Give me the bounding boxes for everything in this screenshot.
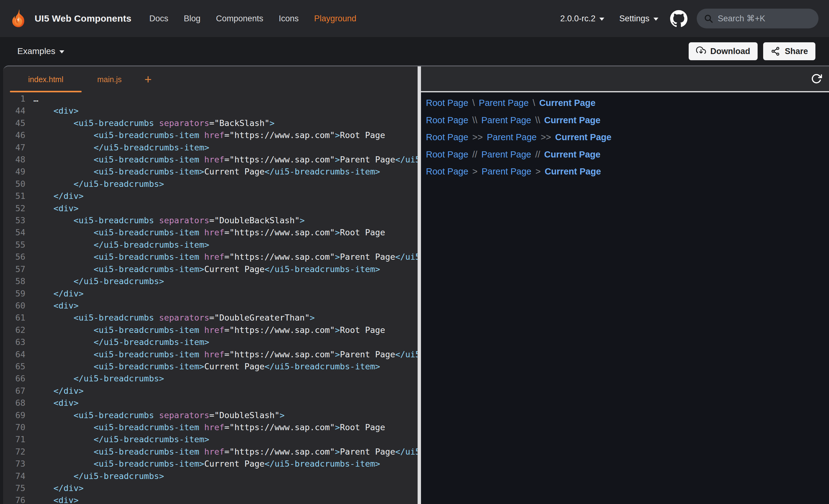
code-token: > <box>300 216 305 225</box>
code-token <box>33 434 94 444</box>
code-token <box>154 118 159 128</box>
tab-main-js[interactable]: main.js <box>82 66 137 92</box>
examples-bar: Examples Download Share <box>0 37 829 66</box>
search-input[interactable] <box>718 14 812 24</box>
breadcrumb-link[interactable]: Root Page <box>426 166 468 176</box>
line-number: 45 <box>3 117 25 129</box>
share-label: Share <box>785 47 808 56</box>
code-token <box>33 264 94 274</box>
tab-index-html[interactable]: index.html <box>10 66 82 92</box>
code-text: </div> <box>25 287 84 300</box>
code-token <box>33 191 53 201</box>
code-area[interactable]: 1…44 <div>45 <ui5-breadcrumbs separators… <box>3 92 418 504</box>
code-text: <ui5-breadcrumbs-item>Current Page</ui5-… <box>25 458 380 470</box>
nav-link-docs[interactable]: Docs <box>149 14 169 24</box>
breadcrumb-link[interactable]: Parent Page <box>481 166 531 176</box>
search-icon <box>704 13 713 24</box>
brand-group[interactable]: UI5 Web Components <box>9 9 131 28</box>
nav-link-icons[interactable]: Icons <box>279 14 299 24</box>
examples-dropdown[interactable]: Examples <box>17 46 64 56</box>
code-token: Parent Page <box>340 155 395 164</box>
code-token <box>33 374 74 383</box>
download-button[interactable]: Download <box>689 42 758 60</box>
code-token: > <box>335 325 340 335</box>
code-line: 51 </div> <box>3 190 418 202</box>
code-token: <ui5-breadcrumbs <box>74 313 154 322</box>
breadcrumb-link[interactable]: Root Page <box>426 115 468 125</box>
code-text: <ui5-breadcrumbs-item>Current Page</ui5-… <box>25 165 380 178</box>
breadcrumb-link[interactable]: Root Page <box>426 132 468 142</box>
version-dropdown[interactable]: 2.0.0-rc.2 <box>560 14 604 24</box>
code-token: ="https://www.sap.com" <box>224 228 335 237</box>
breadcrumb: Root Page//Parent Page//Current Page <box>426 149 829 160</box>
breadcrumb-link[interactable]: Parent Page <box>487 132 537 142</box>
code-token: ="https://www.sap.com" <box>224 252 335 262</box>
breadcrumb: Root Page\Parent Page\Current Page <box>426 97 829 109</box>
code-line: 75 </div> <box>3 482 418 494</box>
breadcrumb-link[interactable]: Root Page <box>426 98 468 108</box>
github-icon[interactable] <box>670 10 687 27</box>
navbar-right: 2.0.0-rc.2 Settings <box>560 9 819 29</box>
share-icon <box>770 46 781 56</box>
code-token: <ui5-breadcrumbs-item> <box>94 459 204 468</box>
breadcrumb-separator: > <box>535 166 541 176</box>
code-line: 54 <ui5-breadcrumbs-item href="https://w… <box>3 226 418 238</box>
refresh-icon[interactable] <box>810 73 822 85</box>
code-token: <ui5-breadcrumbs-item> <box>94 362 204 371</box>
line-number: 70 <box>3 421 25 433</box>
code-token <box>33 350 94 359</box>
breadcrumb-link[interactable]: Parent Page <box>479 98 529 108</box>
code-text: <ui5-breadcrumbs-item href="https://www.… <box>25 324 385 336</box>
breadcrumb-link[interactable]: Parent Page <box>481 115 531 125</box>
nav-link-playground[interactable]: Playground <box>314 14 356 24</box>
code-token <box>199 423 204 432</box>
code-token: </ui5-breadcrumbs-item> <box>94 240 209 249</box>
line-number: 48 <box>3 153 25 165</box>
settings-dropdown[interactable]: Settings <box>619 14 658 24</box>
code-token: </ui5-breadcrumbs-item> <box>94 337 209 347</box>
code-token: href <box>204 252 224 262</box>
nav-link-blog[interactable]: Blog <box>184 14 201 24</box>
code-text: <ui5-breadcrumbs-item href="https://www.… <box>25 129 385 141</box>
line-number: 68 <box>3 397 25 409</box>
line-number: 75 <box>3 482 25 494</box>
code-text: <ui5-breadcrumbs separators="DoubleBackS… <box>25 214 305 226</box>
code-token: ="BackSlash" <box>209 118 269 128</box>
editor-tabbar: index.htmlmain.js+ <box>3 66 418 92</box>
line-number: 49 <box>3 165 25 178</box>
download-cloud-icon <box>696 46 706 56</box>
breadcrumb-link[interactable]: Root Page <box>426 150 468 159</box>
code-token: href <box>204 350 224 359</box>
code-token <box>33 289 53 298</box>
search-box[interactable] <box>697 9 819 29</box>
add-tab-button[interactable]: + <box>137 66 159 92</box>
code-text: … <box>25 93 38 105</box>
breadcrumb-separator: \ <box>533 98 535 108</box>
code-token: separators <box>159 313 209 322</box>
code-line: 56 <ui5-breadcrumbs-item href="https://w… <box>3 251 418 263</box>
line-number: 62 <box>3 324 25 336</box>
line-number: 71 <box>3 433 25 445</box>
code-text: <div> <box>25 105 78 117</box>
code-token: <div> <box>53 301 78 310</box>
code-line: 1… <box>3 93 418 105</box>
code-token: </ui5-breadcrumbs-item> <box>264 264 380 274</box>
preview-panel: Root Page\Parent Page\Current PageRoot P… <box>421 66 829 504</box>
code-token <box>33 362 94 371</box>
breadcrumb: Root Page>Parent Page>Current Page <box>426 165 829 177</box>
breadcrumb-link[interactable]: Parent Page <box>481 150 531 159</box>
code-line: 69 <ui5-breadcrumbs separators="DoubleSl… <box>3 409 418 421</box>
nav-link-components[interactable]: Components <box>216 14 263 24</box>
share-button[interactable]: Share <box>763 42 816 60</box>
code-token: separators <box>159 411 209 420</box>
code-token: </ui5-breadcrumbs-item> <box>395 447 418 457</box>
code-token: > <box>269 118 275 128</box>
code-text: <ui5-breadcrumbs-item href="https://www.… <box>25 421 385 433</box>
code-token: </ui5-breadcrumbs> <box>74 276 164 286</box>
code-token: … <box>33 94 38 104</box>
code-token: Parent Page <box>340 350 395 359</box>
split-divider-handle[interactable] <box>418 66 421 504</box>
code-token <box>33 423 94 432</box>
code-token: Parent Page <box>340 252 395 262</box>
code-line: 62 <ui5-breadcrumbs-item href="https://w… <box>3 324 418 336</box>
